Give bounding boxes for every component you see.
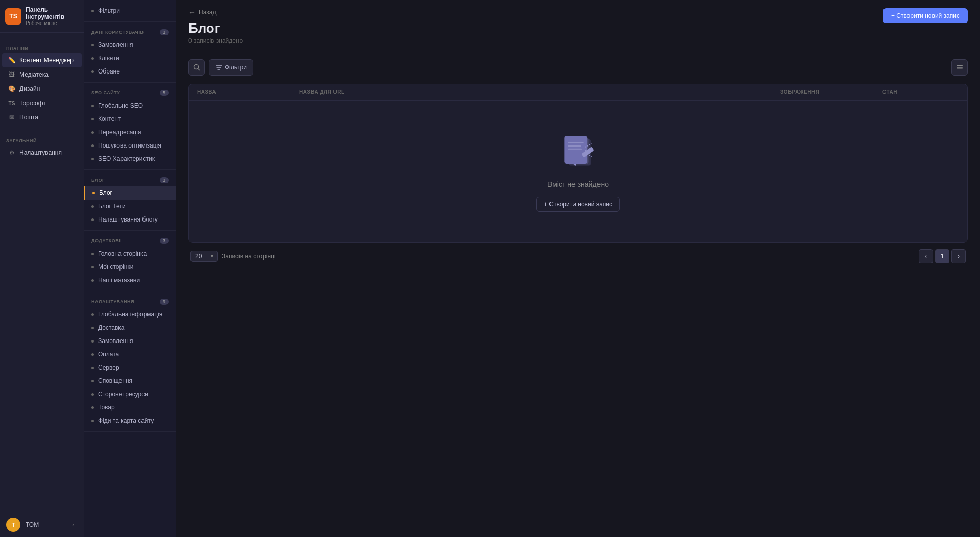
sub-item-label: Клієнти [98,55,119,62]
sidebar-item-settings[interactable]: ⚙ Налаштування [2,145,82,160]
sub-item-label: Налаштування блогу [98,216,158,223]
sub-item-orders[interactable]: Замовлення [84,38,176,52]
sub-section-header-settings: НАЛАШТУВАННЯ 9 [84,296,176,308]
sidebar-item-content-manager[interactable]: ✏️ Контент Менеджер [2,53,82,67]
sub-item-payment[interactable]: Оплата [84,348,176,361]
empty-create-button[interactable]: + Створити новий запис [536,197,620,212]
sub-item-server[interactable]: Сервер [84,361,176,374]
prev-page-button[interactable]: ‹ [919,249,933,263]
image-icon: 🖼 [8,71,15,78]
sub-item-label: Мої сторінки [98,263,133,271]
sub-item-label: Оплата [98,351,119,358]
data-table: НАЗВА НАЗВА ДЛЯ URL ЗОБРАЖЕННЯ СТАН [188,84,968,243]
app-logo: TS [5,8,21,25]
sub-item-orders-settings[interactable]: Замовлення [84,334,176,348]
sub-item-product[interactable]: Товар [84,401,176,414]
sub-section-label: SEO САЙТУ [91,90,120,95]
svg-rect-1 [957,65,963,66]
sub-item-label: Переадресація [98,129,141,136]
sub-item-global-seo[interactable]: Глобальне SEO [84,99,176,112]
sub-item-notifications[interactable]: Сповіщення [84,374,176,387]
sub-section-additional: ДОДАТКОВІ 3 Головна сторінка Мої сторінк… [84,231,176,291]
column-settings-button[interactable] [951,59,968,76]
sub-item-my-pages[interactable]: Мої сторінки [84,260,176,274]
sidebar-item-mail[interactable]: ✉ Пошта [2,110,82,125]
dot-icon [91,44,94,46]
sub-item-filters[interactable]: Фільтри [84,4,176,17]
sub-item-seo-opt[interactable]: Пошукова оптимізація [84,139,176,152]
sidebar-item-label: Контент Менеджер [19,57,74,64]
next-page-button[interactable]: › [951,249,966,263]
sidebar-item-label: Пошта [19,114,38,121]
sub-item-label: Замовлення [98,41,133,48]
sub-item-label: Глобальне SEO [98,102,143,109]
sub-item-content[interactable]: Контент [84,112,176,126]
dot-icon [91,205,94,208]
dot-icon [91,353,94,356]
svg-rect-8 [568,145,581,147]
gear-icon: ⚙ [8,149,15,156]
filter-icon [216,65,222,70]
dot-icon [91,279,94,282]
sub-section-label: БЛОГ [91,178,105,183]
create-record-button[interactable]: + Створити новий запис [883,8,968,23]
sub-item-label: Фіди та карта сайту [98,417,154,424]
app-subtitle: Робоче місце [26,20,79,26]
sub-section-label: ДАНІ КОРИСТУВАЧІВ [91,30,144,35]
sub-item-favorites[interactable]: Обране [84,65,176,78]
per-page-select[interactable]: 20 50 100 [190,251,218,262]
dot-icon [91,406,94,409]
table-empty-state: Вміст не знайдено + Створити новий запис [189,101,967,242]
sub-item-global-info[interactable]: Глобальна інформація [84,308,176,321]
sidebar-item-label: Торгсофт [19,100,46,107]
footer-username: ТОМ [26,521,63,528]
sidebar-section-label-plugins: ПЛАГІНИ [0,41,84,53]
avatar: Т [6,518,20,532]
sub-item-clients[interactable]: Клієнти [84,52,176,65]
sub-item-our-stores[interactable]: Наші магазини [84,274,176,287]
sub-item-main-page[interactable]: Головна сторінка [84,247,176,260]
sub-item-feeds[interactable]: Фіди та карта сайту [84,414,176,427]
page-1-button[interactable]: 1 [935,249,949,263]
sidebar-item-media[interactable]: 🖼 Медіатека [2,67,82,82]
dot-icon [91,218,94,221]
sub-item-external-resources[interactable]: Сторонні ресурси [84,387,176,401]
sub-item-blog[interactable]: Блог [84,186,176,200]
sub-section-badge: 3 [160,29,169,35]
sidebar-item-design[interactable]: 🎨 Дизайн [2,82,82,96]
sub-section-user-data: ДАНІ КОРИСТУВАЧІВ 3 Замовлення Клієнти О… [84,22,176,83]
sub-item-label: Замовлення [98,337,133,345]
col-header-status: СТАН [882,89,959,95]
palette-icon: 🎨 [8,85,15,92]
sub-section-header-blog: БЛОГ 3 [84,174,176,186]
breadcrumb[interactable]: ← Назад [188,8,968,16]
sub-item-redirect[interactable]: Переадресація [84,126,176,139]
content-panel-inner: ← Назад Блог 0 записів знайдено + Створи… [176,0,980,537]
dot-icon [92,192,95,194]
sidebar-section-plugins: ПЛАГІНИ ✏️ Контент Менеджер 🖼 Медіатека … [0,37,84,129]
collapse-button[interactable]: ‹ [68,520,78,529]
dot-icon [91,253,94,255]
sub-item-label: Обране [98,68,120,75]
sidebar-item-torgsoft[interactable]: TS Торгсофт [2,96,82,110]
sub-item-label: Пошукова оптимізація [98,142,161,149]
sub-item-label: Фільтри [98,7,120,14]
sub-item-blog-settings[interactable]: Налаштування блогу [84,213,176,226]
search-button[interactable] [188,59,205,76]
filter-button[interactable]: Фільтри [209,59,253,76]
sub-item-label: Доставка [98,324,125,331]
sidebar-item-label: Медіатека [19,71,49,78]
content-panel: ← Назад Блог 0 записів знайдено + Створи… [176,0,980,537]
sub-section-header-seo: SEO САЙТУ 5 [84,87,176,99]
sub-item-label: SEO Характеристик [98,155,155,162]
app-title: Панель інструментів [26,6,79,20]
sub-item-label: Блог Теги [98,203,126,210]
sub-item-label: Товар [98,404,115,411]
sub-item-label: Наші магазини [98,277,140,284]
sub-item-blog-tags[interactable]: Блог Теги [84,200,176,213]
dot-icon [91,313,94,316]
sub-section-badge: 3 [160,177,169,183]
sub-item-seo-char[interactable]: SEO Характеристик [84,152,176,165]
sub-item-delivery[interactable]: Доставка [84,321,176,334]
app-title-block: Панель інструментів Робоче місце [26,6,79,26]
